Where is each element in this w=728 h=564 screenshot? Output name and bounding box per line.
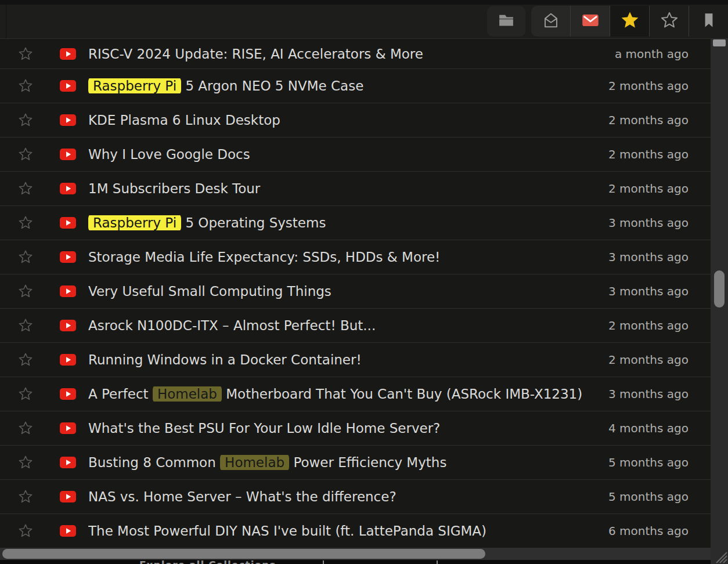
- open-envelope-icon: [542, 12, 560, 31]
- filter-button-group: [531, 6, 728, 37]
- title-text: 1M Subscribers Desk Tour: [88, 181, 260, 196]
- list-item[interactable]: Busting 8 Common Homelab Power Efficienc…: [0, 445, 711, 479]
- unstarred-filter-button[interactable]: [649, 6, 689, 37]
- bookmark-filter-button[interactable]: [689, 6, 728, 37]
- list-item[interactable]: Raspberry Pi 5 Argon NEO 5 NVMe Case2 mo…: [0, 68, 711, 103]
- item-title[interactable]: Running Windows in a Docker Container!: [88, 352, 600, 367]
- youtube-favicon: [60, 114, 76, 126]
- star-toggle-icon[interactable]: [18, 181, 33, 196]
- list-item[interactable]: Raspberry Pi 5 Operating Systems3 months…: [0, 205, 711, 240]
- list-item[interactable]: Running Windows in a Docker Container!2 …: [0, 342, 711, 377]
- list-item[interactable]: Storage Media Life Expectancy: SSDs, HDD…: [0, 240, 711, 274]
- item-timestamp: 3 months ago: [608, 387, 689, 401]
- item-title[interactable]: RISC-V 2024 Update: RISE, AI Accelerator…: [88, 46, 600, 62]
- page-fragment-tick: [323, 561, 324, 564]
- star-toggle-icon[interactable]: [18, 318, 33, 333]
- folder-icon: [497, 12, 516, 31]
- underlying-page-strip: Explore all Collections: [0, 560, 711, 564]
- title-text: A Perfect: [88, 386, 153, 402]
- title-text: The Most Powerful DIY NAS I've built (ft…: [88, 523, 486, 538]
- scroll-top-block: [713, 39, 726, 46]
- folder-filter-button[interactable]: [487, 6, 525, 37]
- title-text: KDE Plasma 6 Linux Desktop: [88, 113, 280, 128]
- star-toggle-icon[interactable]: [18, 523, 33, 538]
- item-title[interactable]: Asrock N100DC-ITX – Almost Perfect! But.…: [88, 318, 600, 333]
- item-timestamp: 2 months ago: [608, 182, 689, 196]
- item-timestamp: 2 months ago: [608, 147, 689, 161]
- list-item[interactable]: The Most Powerful DIY NAS I've built (ft…: [0, 514, 711, 548]
- star-toggle-icon[interactable]: [18, 215, 33, 230]
- panel-left-border: [6, 5, 6, 38]
- envelope-icon: [582, 12, 599, 31]
- star-toggle-icon[interactable]: [18, 386, 33, 402]
- unread-filter-button[interactable]: [570, 6, 610, 37]
- youtube-favicon: [60, 457, 76, 468]
- star-toggle-icon[interactable]: [18, 284, 33, 299]
- star-toggle-icon[interactable]: [18, 455, 33, 470]
- star-toggle-icon[interactable]: [18, 46, 33, 62]
- header-bar: [0, 0, 728, 38]
- title-text: 5 Argon NEO 5 NVMe Case: [181, 78, 363, 93]
- bookmark-icon: [701, 12, 717, 31]
- item-title[interactable]: 1M Subscribers Desk Tour: [88, 181, 600, 196]
- item-timestamp: 4 months ago: [608, 421, 689, 435]
- title-text: RISC-V 2024 Update: RISE, AI Accelerator…: [88, 46, 423, 62]
- horizontal-scrollbar[interactable]: [0, 548, 711, 560]
- resize-grip[interactable]: [711, 548, 728, 564]
- item-timestamp: 2 months ago: [608, 319, 689, 332]
- youtube-favicon: [60, 183, 76, 194]
- highlight-yellow: Raspberry Pi: [88, 78, 181, 93]
- youtube-favicon: [60, 285, 76, 297]
- star-toggle-icon[interactable]: [18, 113, 33, 128]
- youtube-favicon: [60, 354, 76, 366]
- title-text: Power Efficiency Myths: [289, 455, 446, 470]
- item-timestamp: 6 months ago: [608, 524, 689, 538]
- list-item[interactable]: 1M Subscribers Desk Tour2 months ago: [0, 171, 711, 205]
- star-toggle-icon[interactable]: [18, 352, 33, 367]
- horizontal-scrollbar-thumb[interactable]: [2, 549, 485, 559]
- item-timestamp: 2 months ago: [608, 79, 689, 93]
- list-item[interactable]: What's the Best PSU For Your Low Idle Ho…: [0, 411, 711, 445]
- star-outline-icon: [660, 11, 679, 32]
- highlight-yellow: Raspberry Pi: [88, 215, 181, 230]
- item-timestamp: 2 months ago: [608, 113, 689, 127]
- item-title[interactable]: Storage Media Life Expectancy: SSDs, HDD…: [88, 250, 600, 265]
- item-title[interactable]: Raspberry Pi 5 Operating Systems: [88, 215, 600, 230]
- list-item[interactable]: Why I Love Google Docs2 months ago: [0, 137, 711, 171]
- vertical-scrollbar-thumb[interactable]: [714, 270, 725, 308]
- mark-read-button[interactable]: [531, 6, 570, 37]
- item-title[interactable]: The Most Powerful DIY NAS I've built (ft…: [88, 523, 600, 538]
- item-title[interactable]: Busting 8 Common Homelab Power Efficienc…: [88, 455, 600, 470]
- item-title[interactable]: Why I Love Google Docs: [88, 147, 600, 162]
- item-title[interactable]: Very Useful Small Computing Things: [88, 284, 600, 299]
- item-title[interactable]: Raspberry Pi 5 Argon NEO 5 NVMe Case: [88, 78, 600, 93]
- list-item[interactable]: Asrock N100DC-ITX – Almost Perfect! But.…: [0, 308, 711, 342]
- star-toggle-icon[interactable]: [18, 78, 33, 93]
- list-item[interactable]: KDE Plasma 6 Linux Desktop2 months ago: [0, 103, 711, 137]
- starred-filter-button[interactable]: [610, 6, 649, 37]
- highlight-olive: Homelab: [153, 386, 222, 402]
- item-timestamp: 3 months ago: [608, 284, 689, 298]
- star-toggle-icon[interactable]: [18, 147, 33, 162]
- item-title[interactable]: What's the Best PSU For Your Low Idle Ho…: [88, 421, 600, 436]
- item-title[interactable]: NAS vs. Home Server – What's the differe…: [88, 489, 600, 504]
- title-text: Asrock N100DC-ITX – Almost Perfect! But.…: [88, 318, 376, 333]
- youtube-favicon: [60, 251, 76, 263]
- item-title[interactable]: A Perfect Homelab Motherboard That You C…: [88, 386, 600, 402]
- list-item[interactable]: Very Useful Small Computing Things3 mont…: [0, 274, 711, 308]
- list-item[interactable]: RISC-V 2024 Update: RISE, AI Accelerator…: [0, 38, 711, 68]
- toolbar: [487, 6, 728, 37]
- list-item[interactable]: NAS vs. Home Server – What's the differe…: [0, 479, 711, 514]
- youtube-favicon: [60, 422, 76, 434]
- star-toggle-icon[interactable]: [18, 489, 33, 504]
- item-timestamp: 5 months ago: [608, 490, 689, 504]
- list-item[interactable]: A Perfect Homelab Motherboard That You C…: [0, 377, 711, 411]
- star-toggle-icon[interactable]: [18, 250, 33, 265]
- youtube-favicon: [60, 388, 76, 400]
- title-text: Running Windows in a Docker Container!: [88, 352, 362, 367]
- star-toggle-icon[interactable]: [18, 421, 33, 436]
- item-title[interactable]: KDE Plasma 6 Linux Desktop: [88, 113, 600, 128]
- vertical-scrollbar[interactable]: [711, 38, 728, 564]
- youtube-favicon: [60, 491, 76, 502]
- youtube-favicon: [60, 80, 76, 92]
